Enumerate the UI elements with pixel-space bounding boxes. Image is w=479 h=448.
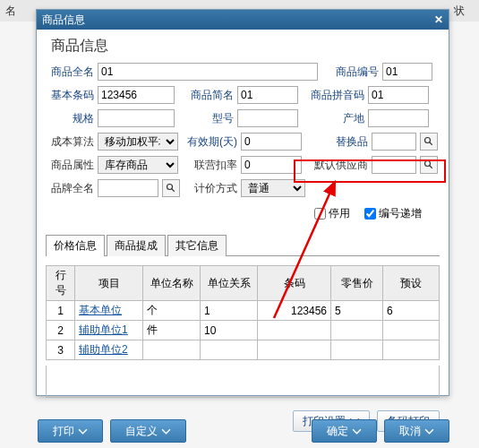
- pricing-select[interactable]: 普通: [241, 179, 305, 197]
- label-pricing: 计价方式: [184, 181, 237, 196]
- code-input[interactable]: [382, 63, 432, 81]
- cost-method-select[interactable]: 移动加权平均: [98, 133, 178, 151]
- disable-checkbox[interactable]: 停用: [314, 206, 350, 221]
- titlebar: 商品信息 ✕: [37, 10, 449, 30]
- brand-input[interactable]: [98, 179, 158, 197]
- table-row[interactable]: 3 辅助单位2: [47, 340, 440, 360]
- full-name-input[interactable]: [98, 63, 318, 81]
- brand-search-icon[interactable]: [162, 179, 180, 197]
- col-item: 项目: [75, 266, 143, 301]
- dialog: 商品信息 ✕ 商品信息 商品全名 商品编号 基本条码 商品简名 商品拼音码: [36, 9, 449, 396]
- ok-button[interactable]: 确定: [312, 419, 377, 443]
- label-barcode: 基本条码: [46, 88, 94, 103]
- supplier-input[interactable]: [372, 156, 416, 174]
- label-valid-days: 有效期(天): [182, 134, 237, 150]
- print-button[interactable]: 打印: [38, 419, 103, 443]
- bg-right: 状: [454, 4, 465, 18]
- supplier-search-icon[interactable]: [420, 156, 438, 174]
- label-full-name: 商品全名: [46, 65, 94, 80]
- chevron-down-icon: [424, 426, 434, 436]
- chevron-down-icon: [78, 426, 88, 436]
- tab-price-info[interactable]: 价格信息: [46, 235, 105, 256]
- tabs: 价格信息 商品提成 其它信息: [46, 234, 440, 256]
- col-unit: 单位名称: [143, 266, 201, 301]
- grid-blank-area: [46, 366, 440, 398]
- label-cost-method: 成本算法: [46, 134, 94, 150]
- unit-link[interactable]: 基本单位: [79, 304, 122, 316]
- unit-link[interactable]: 辅助单位1: [79, 323, 128, 336]
- grid: 行号 项目 单位名称 单位关系 条码 零售价 预设 1 基本单位 个 1 123…: [46, 265, 440, 360]
- autocode-checkbox[interactable]: 编号递增: [364, 206, 422, 221]
- label-spec: 规格: [46, 111, 94, 126]
- label-brand: 品牌全名: [46, 181, 94, 196]
- tab-commission[interactable]: 商品提成: [107, 235, 166, 256]
- label-attribute: 商品属性: [46, 158, 94, 173]
- custom-button[interactable]: 自定义: [110, 419, 186, 443]
- svg-point-4: [167, 185, 173, 190]
- dialog-title: 商品信息: [42, 13, 85, 28]
- tab-other-info[interactable]: 其它信息: [167, 235, 227, 256]
- label-code: 商品编号: [325, 65, 379, 80]
- page-title: 商品信息: [46, 35, 440, 63]
- chevron-down-icon: [352, 426, 362, 436]
- model-input[interactable]: [237, 109, 298, 127]
- short-name-input[interactable]: [237, 86, 298, 104]
- svg-line-1: [430, 142, 432, 145]
- col-price: 零售价: [331, 266, 383, 301]
- pinyin-input[interactable]: [368, 86, 429, 104]
- footer: 打印 自定义 确定 取消: [38, 419, 449, 443]
- svg-line-3: [430, 166, 432, 168]
- col-barcode: 条码: [258, 266, 331, 301]
- label-short-name: 商品简名: [178, 88, 234, 103]
- label-supplier: 默认供应商: [305, 158, 368, 173]
- label-pinyin: 商品拼音码: [302, 88, 364, 103]
- attribute-select[interactable]: 库存商品: [98, 156, 178, 174]
- unit-link[interactable]: 辅助单位2: [79, 343, 128, 356]
- bg-left: 名: [5, 4, 16, 18]
- svg-point-2: [425, 161, 431, 167]
- label-discount: 联营扣率: [182, 158, 237, 173]
- origin-input[interactable]: [368, 109, 429, 127]
- label-model: 型号: [178, 111, 234, 126]
- col-rownum: 行号: [47, 266, 75, 301]
- label-origin: 产地: [302, 111, 364, 126]
- substitute-input[interactable]: [372, 133, 416, 151]
- col-preset: 预设: [383, 266, 440, 301]
- discount-input[interactable]: [241, 156, 302, 174]
- chevron-down-icon: [161, 426, 171, 436]
- table-row[interactable]: 1 基本单位 个 1 123456 5 6: [47, 301, 440, 321]
- spec-input[interactable]: [98, 109, 175, 127]
- barcode-input[interactable]: [98, 86, 175, 104]
- table-row[interactable]: 2 辅助单位1 件 10: [47, 321, 440, 340]
- svg-point-0: [425, 138, 431, 143]
- valid-days-input[interactable]: [241, 133, 302, 151]
- svg-line-5: [172, 189, 175, 192]
- col-rel: 单位关系: [201, 266, 258, 301]
- cancel-button[interactable]: 取消: [384, 419, 449, 443]
- close-icon[interactable]: ✕: [434, 13, 443, 26]
- substitute-search-icon[interactable]: [420, 133, 438, 151]
- label-substitute: 替换品: [305, 134, 368, 150]
